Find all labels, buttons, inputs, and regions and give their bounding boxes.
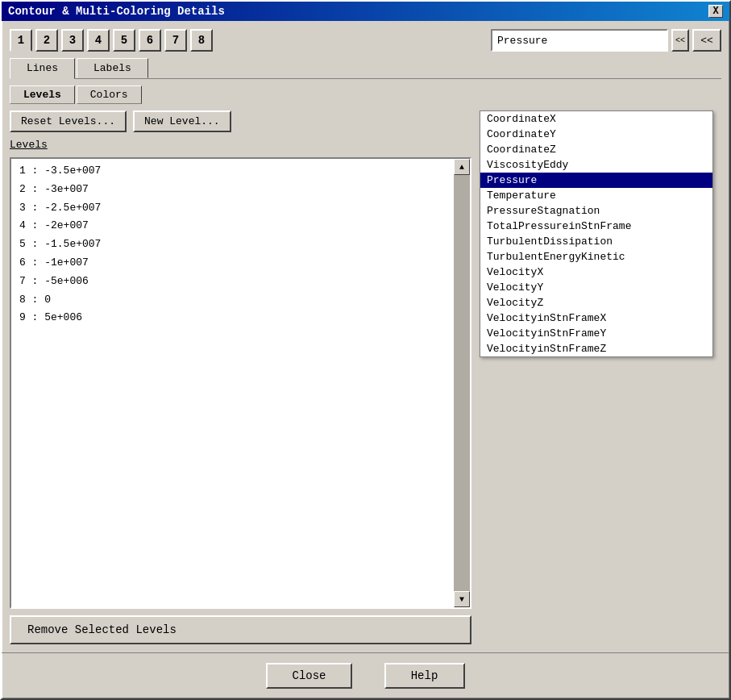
main-area: Reset Levels... New Level... Levels 1 : …	[10, 110, 721, 644]
tab-1[interactable]: 1	[10, 29, 32, 52]
dropdown-item-velocityinstnframey[interactable]: VelocityinStnFrameY	[480, 326, 712, 341]
variable-select[interactable]: Pressure	[491, 29, 668, 52]
tab-6[interactable]: 6	[139, 29, 161, 52]
dropdown-item-totalpressureinstnframe[interactable]: TotalPressureinStnFrame	[480, 219, 712, 234]
levels-label: Levels	[10, 139, 471, 151]
scroll-down-button[interactable]: ▼	[454, 591, 470, 607]
right-panel: CoordinateX CoordinateY CoordinateZ Visc…	[480, 110, 721, 644]
title-bar: Contour & Multi-Coloring Details X	[2, 2, 729, 21]
content-area: 1 2 3 4 5 6 7 8 Pressure << << Lines Lab…	[2, 21, 729, 652]
tabs-row: 1 2 3 4 5 6 7 8 Pressure << <<	[10, 29, 721, 52]
left-panel: Reset Levels... New Level... Levels 1 : …	[10, 110, 471, 644]
dropdown-item-coordinatey[interactable]: CoordinateY	[480, 127, 712, 142]
dropdown-item-pressure[interactable]: Pressure	[480, 173, 712, 188]
tab-4[interactable]: 4	[87, 29, 110, 52]
reset-levels-button[interactable]: Reset Levels...	[10, 110, 127, 132]
level-item[interactable]: 4 : -2e+007	[16, 217, 452, 235]
dropdown-item-velocityinstnframex[interactable]: VelocityinStnFrameX	[480, 310, 712, 326]
tab-labels[interactable]: Labels	[77, 58, 148, 78]
variable-dropdown-area: Pressure << <<	[491, 29, 721, 52]
dropdown-item-pressurestagnation[interactable]: PressureStagnation	[480, 203, 712, 219]
dropdown-item-velocityz[interactable]: VelocityZ	[480, 295, 712, 310]
dropdown-item-turbulentenergykinetic[interactable]: TurbulentEnergyKinetic	[480, 249, 712, 265]
remove-selected-levels-button[interactable]: Remove Selected Levels	[10, 615, 471, 644]
dropdown-arrow-button[interactable]: <<	[671, 29, 689, 52]
level-item[interactable]: 6 : -1e+007	[16, 254, 452, 273]
dropdown-item-velocityy[interactable]: VelocityY	[480, 280, 712, 295]
tab-colors[interactable]: Colors	[77, 85, 142, 104]
level-item[interactable]: 9 : 5e+006	[16, 309, 452, 327]
bottom-buttons: Close Help	[2, 652, 729, 698]
level-item[interactable]: 1 : -3.5e+007	[16, 162, 452, 181]
tab-3[interactable]: 3	[61, 29, 84, 52]
level-item[interactable]: 5 : -1.5e+007	[16, 235, 452, 254]
close-icon[interactable]: X	[708, 5, 723, 18]
tab-2[interactable]: 2	[35, 29, 58, 52]
dropdown-item-velocityinstnframez[interactable]: VelocityinStnFrameZ	[480, 341, 712, 356]
levels-list-container: 1 : -3.5e+007 2 : -3e+007 3 : -2.5e+007 …	[10, 157, 471, 609]
level-item[interactable]: 3 : -2.5e+007	[16, 199, 452, 218]
level-item[interactable]: 7 : -5e+006	[16, 273, 452, 291]
close-button[interactable]: Close	[266, 663, 351, 689]
dropdown-item-coordinatez[interactable]: CoordinateZ	[480, 142, 712, 157]
scroll-up-button[interactable]: ▲	[454, 159, 470, 175]
tab-8[interactable]: 8	[190, 29, 213, 52]
levels-scrollbar: ▲ ▼	[454, 159, 470, 607]
tab-levels[interactable]: Levels	[10, 85, 75, 104]
variable-dropdown-popup: CoordinateX CoordinateY CoordinateZ Visc…	[480, 110, 713, 357]
levels-text: 1 : -3.5e+007 2 : -3e+007 3 : -2.5e+007 …	[11, 159, 470, 607]
level-item[interactable]: 2 : -3e+007	[16, 181, 452, 199]
dropdown-item-coordinatex[interactable]: CoordinateX	[480, 111, 712, 127]
tab-lines[interactable]: Lines	[10, 58, 75, 79]
dropdown-item-temperature[interactable]: Temperature	[480, 188, 712, 203]
scroll-track	[454, 175, 470, 591]
action-buttons: Reset Levels... New Level...	[10, 110, 471, 132]
dropdown-item-viscosityeddy[interactable]: ViscosityEddy	[480, 157, 712, 173]
inner-tabs: Lines Labels	[10, 58, 721, 79]
tab-5[interactable]: 5	[113, 29, 135, 52]
main-window: Contour & Multi-Coloring Details X 1 2 3…	[0, 0, 731, 700]
dropdown-item-turbulentdissipation[interactable]: TurbulentDissipation	[480, 234, 712, 249]
tab-7[interactable]: 7	[164, 29, 187, 52]
window-title: Contour & Multi-Coloring Details	[8, 5, 225, 18]
title-bar-buttons: X	[708, 5, 723, 18]
level-item[interactable]: 8 : 0	[16, 291, 452, 310]
dropdown-item-velocityx[interactable]: VelocityX	[480, 265, 712, 280]
back-button[interactable]: <<	[692, 29, 721, 52]
help-button[interactable]: Help	[384, 663, 465, 689]
sub-tabs: Levels Colors	[10, 85, 721, 104]
new-level-button[interactable]: New Level...	[133, 110, 231, 132]
